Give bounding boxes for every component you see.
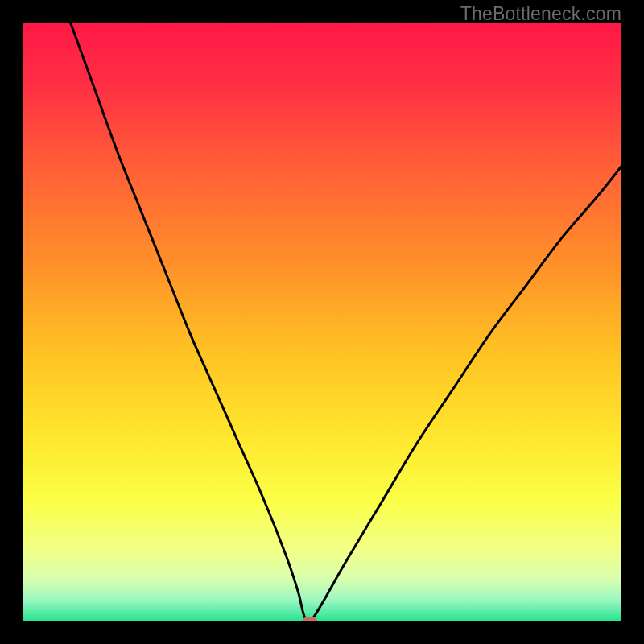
plot-area xyxy=(23,23,621,621)
watermark-text: TheBottleneck.com xyxy=(460,3,621,25)
chart-frame: TheBottleneck.com xyxy=(0,0,644,644)
minimum-marker xyxy=(303,617,317,621)
bottleneck-curve xyxy=(23,23,621,621)
